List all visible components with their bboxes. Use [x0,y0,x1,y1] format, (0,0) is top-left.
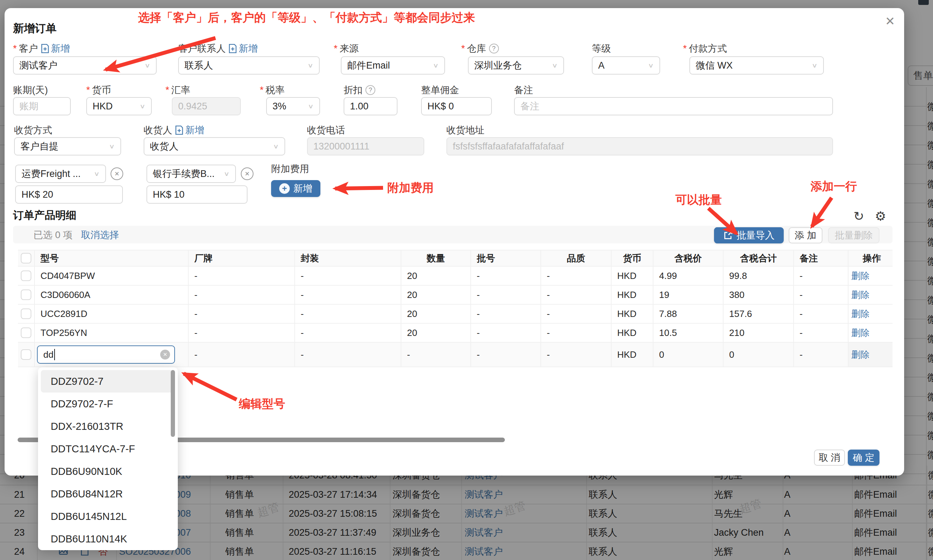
row-checkbox[interactable] [21,309,31,319]
remove-fee-icon[interactable]: ✕ [241,168,253,180]
discount-input[interactable]: 1.00 [344,97,398,115]
text-caret [54,349,55,360]
commission-label: 整单佣金 [421,84,459,96]
delete-row-link[interactable]: 删除 [851,270,870,282]
gear-icon[interactable]: ⚙ [873,208,889,225]
chevron-down-icon: ∨ [811,62,817,69]
selected-count: 已选 0 项 [34,229,72,241]
currency-label: *货币 [86,84,111,96]
clear-selection-link[interactable]: 取消选择 [81,229,119,241]
products-section-title: 订单产品明细 [13,208,76,223]
contact-label: 客户联系人 新增 [178,42,258,55]
customer-select[interactable]: 测试客户∨ [13,56,157,75]
remark-label: 备注 [514,84,533,96]
product-row: C3D06060A - - 20 - - HKD 19 380 - 删除 [18,286,893,305]
warehouse-select[interactable]: 深圳业务仓∨ [468,56,564,75]
delivery-phone-input: 13200001111 [307,137,424,155]
add-row-button[interactable]: 添 加 [789,227,822,243]
grade-label: 等级 [592,42,611,55]
add-customer-link[interactable]: 新增 [41,42,70,55]
close-icon[interactable]: ✕ [882,13,899,29]
product-row: CD4047BPW - - 20 - - HKD 4.99 99.8 - 删除 [18,267,893,286]
discount-label: 折扣 ? [344,84,375,96]
remove-fee-icon[interactable]: ✕ [111,168,123,180]
row-checkbox[interactable] [21,328,31,338]
remark-input[interactable]: 备注 [514,97,833,115]
batch-delete-button: 批量删除 [828,227,879,243]
exchange-rate-input: 0.9425 [172,97,241,115]
credit-days-input[interactable]: 账期 [13,97,71,115]
batch-import-button[interactable]: 批量导入 [714,227,784,243]
row-checkbox[interactable] [21,271,31,281]
row-checkbox[interactable] [21,349,31,360]
add-consignee-link[interactable]: 新增 [175,124,204,137]
cancel-button[interactable]: 取 消 [814,449,845,466]
delete-row-link[interactable]: 删除 [851,289,870,301]
chevron-down-icon: ∨ [308,103,314,110]
refresh-icon[interactable]: ↻ [851,208,867,225]
payment-label: *付款方式 [683,42,727,55]
chevron-down-icon: ∨ [552,62,558,69]
new-doc-icon [175,126,184,135]
fee-amount-input[interactable]: HK$ 20 [15,185,123,204]
model-search-input[interactable]: dd ✕ [37,345,175,364]
delete-row-link[interactable]: 删除 [851,349,870,361]
dropdown-scrollbar[interactable] [171,370,175,437]
dropdown-item[interactable]: DDB6U84N12R [38,483,178,505]
dropdown-item[interactable]: DDZ9702-7 [41,370,175,392]
exchange-rate-label: *汇率 [165,84,190,96]
annotation-add-row: 添加一行 [811,179,857,194]
confirm-button[interactable]: 确 定 [848,449,879,466]
fee-type-select[interactable]: 运费Freight ...∨ [15,165,106,183]
grade-select[interactable]: A∨ [592,56,660,75]
dropdown-item[interactable]: DDB6U110N14K [38,528,178,550]
payment-select[interactable]: 微信 WX∨ [689,56,824,75]
customer-label: *客户 新增 [13,42,70,55]
product-row: UCC2891D - - 20 - - HKD 7.88 157.6 - 删除 [18,305,893,324]
annotation-fee: 附加费用 [387,180,434,196]
chevron-down-icon: ∨ [648,62,654,69]
product-row-editing: dd ✕ - - - - - HKD 0 0 - 删除 [18,343,893,367]
chevron-down-icon: ∨ [94,170,100,177]
annotation-sync-note: 选择「客户」后，客户的「等级」、「付款方式」等都会同步过来 [138,10,475,26]
dropdown-item[interactable]: DDB6U90N10K [38,460,178,483]
commission-input[interactable]: HK$ 0 [421,97,492,115]
dropdown-item[interactable]: DDX-216013TR [38,415,178,438]
clear-input-icon[interactable]: ✕ [160,350,170,360]
credit-days-label: 账期(天) [13,84,48,96]
chevron-down-icon: ∨ [273,143,279,150]
dropdown-item[interactable]: DDZ9702-7-F [38,392,178,415]
select-all-checkbox[interactable] [21,253,31,263]
warehouse-label: *仓库 ? [461,42,499,55]
delivery-address-label: 收货地址 [446,124,484,137]
row-checkbox[interactable] [21,289,31,300]
chevron-down-icon: ∨ [144,62,150,69]
table-header-row: 型号 厂牌 封装 数量 批号 品质 货币 含税价 含税合计 备注 操作 [18,250,893,267]
delete-row-link[interactable]: 删除 [851,327,870,339]
add-fee-button[interactable]: + 新增 [271,180,321,197]
annotation-batch: 可以批量 [675,192,722,208]
chevron-down-icon: ∨ [433,62,439,69]
dropdown-item[interactable]: DDTC114YCA-7-F [38,438,178,460]
consignee-label: 收货人 新增 [143,124,204,137]
fee-amount-input[interactable]: HK$ 10 [147,185,248,204]
modal-title: 新增订单 [13,21,57,36]
tax-rate-select[interactable]: 3%∨ [266,97,320,115]
screen: 售单 微微 微微 微微 微微 微微 微微 微微 微微 微微 微 20 SO202… [0,0,933,560]
dropdown-item[interactable]: DDB6U145N12L [38,505,178,528]
chevron-down-icon: ∨ [109,143,115,150]
product-row: TOP256YN - - 20 - - HKD 10.5 210 - 删除 [18,324,893,343]
chevron-down-icon: ∨ [139,103,145,110]
new-doc-icon [41,44,49,53]
contact-select[interactable]: 联系人∨ [178,56,320,75]
help-icon[interactable]: ? [365,85,375,95]
add-contact-link[interactable]: 新增 [228,42,258,55]
fee-type-select[interactable]: 银行手续费B...∨ [147,165,236,183]
chevron-down-icon: ∨ [307,62,313,69]
currency-select[interactable]: HKD∨ [86,97,152,115]
source-select[interactable]: 邮件Email∨ [341,56,445,75]
consignee-select[interactable]: 收货人∨ [143,137,285,155]
delete-row-link[interactable]: 删除 [851,308,870,320]
delivery-method-select[interactable]: 客户自提∨ [14,137,121,155]
help-icon[interactable]: ? [489,44,499,54]
